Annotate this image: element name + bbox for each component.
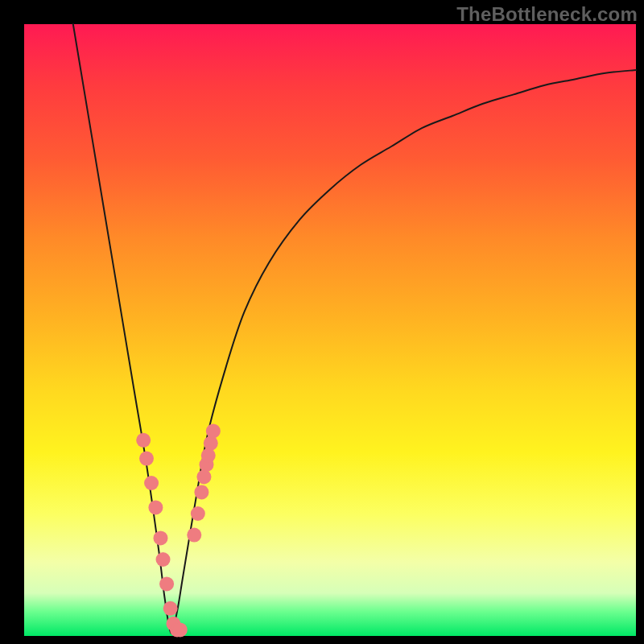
sample-marker [136, 433, 151, 448]
plot-area [24, 24, 636, 636]
chart-stage: TheBottleneck.com [0, 0, 644, 644]
sample-marker [156, 552, 171, 567]
sample-marker [187, 528, 201, 543]
sample-marker [163, 601, 178, 616]
sample-marker [139, 452, 154, 466]
sample-marker [159, 576, 174, 591]
sample-marker [148, 500, 163, 514]
sample-marker [191, 506, 205, 521]
sample-marker [201, 448, 216, 463]
sample-marker [196, 469, 211, 484]
sample-marker [206, 423, 221, 438]
sample-marker [204, 436, 218, 451]
sample-marker [194, 485, 208, 499]
watermark-text: TheBottleneck.com [456, 3, 638, 26]
sample-marker [144, 476, 159, 490]
sample-marker [153, 530, 167, 545]
chart-overlay [24, 24, 636, 636]
sample-marker [173, 622, 188, 637]
